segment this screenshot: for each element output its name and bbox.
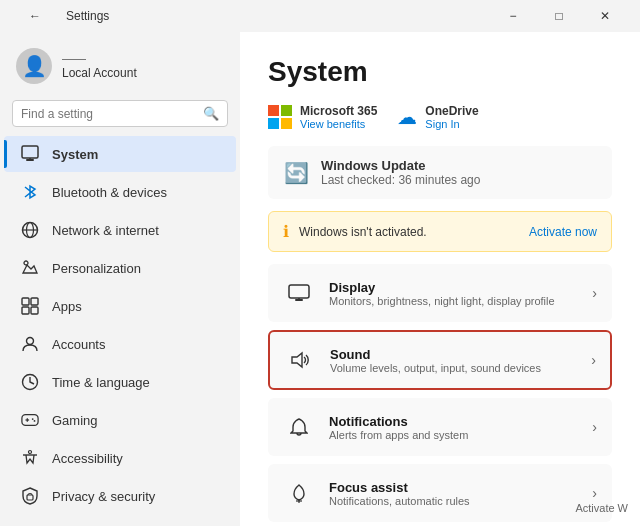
info-icon: ℹ xyxy=(283,222,289,241)
activation-watermark: Activate W xyxy=(575,502,628,514)
activation-text: Windows isn't activated. xyxy=(299,225,427,239)
sidebar-label-accessibility: Accessibility xyxy=(52,451,123,466)
svg-rect-23 xyxy=(295,299,303,301)
windows-update-section[interactable]: 🔄 Windows Update Last checked: 36 minute… xyxy=(268,146,612,199)
sidebar-item-windows-update[interactable]: Windows Update xyxy=(4,516,236,526)
sidebar-item-bluetooth[interactable]: Bluetooth & devices xyxy=(4,174,236,210)
sidebar-item-system[interactable]: System xyxy=(4,136,236,172)
minimize-button[interactable]: − xyxy=(490,0,536,32)
ms365-name: Microsoft 365 xyxy=(300,104,377,118)
focus-assist-subtitle: Notifications, automatic rules xyxy=(329,495,578,507)
update-icon: 🔄 xyxy=(284,161,309,185)
sidebar-label-personalization: Personalization xyxy=(52,261,141,276)
notifications-row[interactable]: Notifications Alerts from apps and syste… xyxy=(268,398,612,456)
titlebar-title: Settings xyxy=(66,9,109,23)
onedrive-service[interactable]: ☁ OneDrive Sign In xyxy=(397,104,478,130)
sidebar-label-gaming: Gaming xyxy=(52,413,98,428)
onedrive-link[interactable]: Sign In xyxy=(425,118,478,130)
page-title: System xyxy=(268,56,612,88)
sidebar-label-network: Network & internet xyxy=(52,223,159,238)
sidebar-item-time[interactable]: Time & language xyxy=(4,364,236,400)
search-input[interactable] xyxy=(21,107,197,121)
time-icon xyxy=(20,372,40,392)
svg-point-17 xyxy=(34,420,36,422)
notifications-chevron: › xyxy=(592,419,597,435)
sidebar-label-accounts: Accounts xyxy=(52,337,105,352)
svg-point-11 xyxy=(27,338,34,345)
sidebar-label-system: System xyxy=(52,147,98,162)
svg-point-6 xyxy=(24,261,28,265)
display-title: Display xyxy=(329,280,578,295)
activate-now-link[interactable]: Activate now xyxy=(529,225,597,239)
svg-rect-1 xyxy=(26,159,34,161)
focus-assist-row[interactable]: Focus assist Notifications, automatic ru… xyxy=(268,464,612,522)
sidebar-label-privacy: Privacy & security xyxy=(52,489,155,504)
system-icon xyxy=(20,144,40,164)
app-container: 👤 —— Local Account 🔍 System Bluetooth & … xyxy=(0,32,640,526)
sidebar-label-apps: Apps xyxy=(52,299,82,314)
sidebar-item-apps[interactable]: Apps xyxy=(4,288,236,324)
search-icon: 🔍 xyxy=(203,106,219,121)
focus-assist-title: Focus assist xyxy=(329,480,578,495)
apps-icon xyxy=(20,296,40,316)
user-info: —— Local Account xyxy=(62,52,137,80)
ms365-service[interactable]: Microsoft 365 View benefits xyxy=(268,104,377,130)
main-content: System Microsoft 365 View benefits ☁ One… xyxy=(240,32,640,526)
display-text: Display Monitors, brightness, night ligh… xyxy=(329,280,578,307)
display-chevron: › xyxy=(592,285,597,301)
display-icon xyxy=(283,277,315,309)
sidebar-item-personalization[interactable]: Personalization xyxy=(4,250,236,286)
accounts-icon xyxy=(20,334,40,354)
svg-point-18 xyxy=(29,451,32,454)
avatar: 👤 xyxy=(16,48,52,84)
svg-rect-7 xyxy=(22,298,29,305)
update-title: Windows Update xyxy=(321,158,480,173)
titlebar: ← Settings − □ ✕ xyxy=(0,0,640,32)
search-box[interactable]: 🔍 xyxy=(12,100,228,127)
svg-marker-25 xyxy=(292,353,302,367)
activation-left: ℹ Windows isn't activated. xyxy=(283,222,427,241)
sidebar-label-time: Time & language xyxy=(52,375,150,390)
notifications-icon xyxy=(283,411,315,443)
notifications-text: Notifications Alerts from apps and syste… xyxy=(329,414,578,441)
sound-row[interactable]: Sound Volume levels, output, input, soun… xyxy=(268,330,612,390)
user-profile[interactable]: 👤 —— Local Account xyxy=(0,32,240,96)
svg-rect-20 xyxy=(27,495,33,500)
update-subtitle: Last checked: 36 minutes ago xyxy=(321,173,480,187)
svg-rect-22 xyxy=(289,285,309,298)
close-button[interactable]: ✕ xyxy=(582,0,628,32)
sidebar-item-accessibility[interactable]: Accessibility xyxy=(4,440,236,476)
titlebar-controls: − □ ✕ xyxy=(490,0,628,32)
display-row[interactable]: Display Monitors, brightness, night ligh… xyxy=(268,264,612,322)
svg-rect-13 xyxy=(22,415,38,426)
sidebar-label-bluetooth: Bluetooth & devices xyxy=(52,185,167,200)
personalization-icon xyxy=(20,258,40,278)
sidebar-item-network[interactable]: Network & internet xyxy=(4,212,236,248)
update-text: Windows Update Last checked: 36 minutes … xyxy=(321,158,480,187)
sidebar-item-privacy[interactable]: Privacy & security xyxy=(4,478,236,514)
svg-point-16 xyxy=(32,418,34,420)
svg-rect-8 xyxy=(31,298,38,305)
user-name: —— xyxy=(62,52,137,66)
onedrive-text: OneDrive Sign In xyxy=(425,104,478,130)
sound-text: Sound Volume levels, output, input, soun… xyxy=(330,347,577,374)
svg-rect-10 xyxy=(31,307,38,314)
back-button[interactable]: ← xyxy=(12,0,58,32)
network-icon xyxy=(20,220,40,240)
sound-title: Sound xyxy=(330,347,577,362)
sidebar-item-accounts[interactable]: Accounts xyxy=(4,326,236,362)
ms365-link[interactable]: View benefits xyxy=(300,118,377,130)
sound-chevron: › xyxy=(591,352,596,368)
notifications-title: Notifications xyxy=(329,414,578,429)
accessibility-icon xyxy=(20,448,40,468)
focus-assist-chevron: › xyxy=(592,485,597,501)
onedrive-icon: ☁ xyxy=(397,105,417,129)
sound-subtitle: Volume levels, output, input, sound devi… xyxy=(330,362,577,374)
notifications-subtitle: Alerts from apps and system xyxy=(329,429,578,441)
focus-assist-text: Focus assist Notifications, automatic ru… xyxy=(329,480,578,507)
svg-rect-0 xyxy=(22,146,38,158)
sound-icon xyxy=(284,344,316,376)
onedrive-name: OneDrive xyxy=(425,104,478,118)
sidebar-item-gaming[interactable]: Gaming xyxy=(4,402,236,438)
maximize-button[interactable]: □ xyxy=(536,0,582,32)
